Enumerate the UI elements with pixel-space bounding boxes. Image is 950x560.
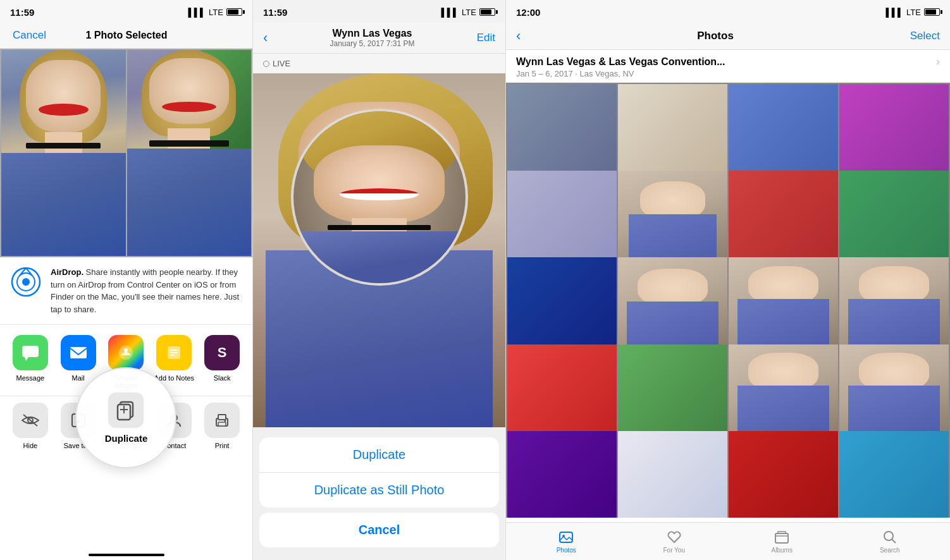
album-subtitle: Jan 5 – 6, 2017 · Las Vegas, NV: [516, 69, 940, 78]
svg-line-15: [23, 415, 37, 426]
lte-icon-3: LTE: [906, 8, 921, 17]
location-name: Wynn Las Vegas: [330, 28, 414, 39]
tab-for-you[interactable]: For You: [620, 530, 729, 554]
svg-rect-29: [560, 532, 572, 542]
battery-icon-1: [226, 8, 242, 16]
svg-marker-6: [25, 357, 28, 361]
for-you-tab-label: For You: [663, 547, 685, 554]
status-icons-3: ▌▌▌ LTE: [885, 8, 940, 17]
status-bar-2: 11:59 ▌▌▌ LTE: [253, 0, 505, 23]
photos-tab-icon: [558, 530, 574, 545]
search-tab-label: Search: [880, 547, 900, 554]
action-cancel[interactable]: Cancel: [259, 513, 499, 547]
action-hide[interactable]: Hide: [9, 403, 52, 449]
table-row[interactable]: 1:53: [618, 431, 727, 518]
add-notes-icon: [156, 335, 192, 370]
tab-albums[interactable]: Albums: [728, 530, 836, 554]
action-print[interactable]: Print: [200, 403, 244, 449]
action-duplicate-still[interactable]: Duplicate as Still Photo: [259, 473, 499, 508]
actions-row: Hide Save to...: [0, 396, 252, 449]
lte-icon-1: LTE: [209, 8, 223, 17]
svg-rect-31: [775, 533, 788, 543]
panel-photos-album: 12:00 ▌▌▌ LTE ‹ Photos Select Wynn Las V…: [506, 0, 950, 560]
select-button[interactable]: Select: [910, 30, 940, 42]
photo-detail-header: ‹ Wynn Las Vegas January 5, 2017 7:31 PM…: [253, 23, 505, 54]
back-button-3[interactable]: ‹: [516, 28, 521, 44]
tab-search[interactable]: Search: [836, 530, 944, 554]
live-circle: [263, 61, 269, 67]
mail-icon: [61, 335, 96, 370]
photo-thumb-2[interactable]: LIVE ✓: [127, 50, 252, 256]
table-row[interactable]: [729, 431, 838, 518]
signal-icon-1: ▌▌▌: [188, 8, 206, 17]
svg-rect-26: [218, 415, 226, 420]
photos-tab-label: Photos: [557, 547, 576, 554]
slack-icon: S: [204, 335, 240, 370]
battery-icon-2: [479, 8, 495, 16]
share-sheet-header: Cancel 1 Photo Selected: [0, 23, 252, 49]
hide-icon: [13, 403, 48, 438]
album-info[interactable]: Wynn Las Vegas & Las Vegas Convention...…: [506, 50, 950, 83]
panel-share-sheet: 11:59 ▌▌▌ LTE Cancel 1 Photo Selected LI…: [0, 0, 253, 560]
main-photo[interactable]: All photos: [253, 73, 505, 427]
airdrop-description: AirDrop. Share instantly with people nea…: [51, 266, 242, 315]
photo-date: January 5, 2017 7:31 PM: [330, 39, 414, 48]
live-text: LIVE: [273, 59, 290, 68]
album-header: ‹ Photos Select: [506, 23, 950, 50]
svg-point-28: [225, 420, 226, 422]
svg-rect-27: [218, 422, 226, 426]
hide-label: Hide: [23, 442, 38, 449]
signal-icon-2: ▌▌▌: [441, 8, 459, 17]
action-sheet: Duplicate Duplicate as Still Photo Cance…: [253, 437, 505, 560]
albums-tab-icon: [774, 530, 789, 545]
edit-button[interactable]: Edit: [477, 32, 495, 44]
album-chevron-icon: ›: [936, 55, 940, 68]
selection-title: 1 Photo Selected: [86, 30, 168, 41]
duplicate-overlay-label: Duplicate: [105, 433, 148, 444]
svg-point-2: [22, 278, 30, 286]
action-duplicate[interactable]: Duplicate: [259, 437, 499, 473]
action-duplicate[interactable]: Duplicate Duplicate: [104, 403, 147, 449]
search-tab-icon: [882, 530, 898, 545]
airdrop-icon: [10, 266, 42, 298]
print-label: Print: [215, 442, 230, 449]
slack-label: Slack: [214, 374, 231, 382]
signal-icon-3: ▌▌▌: [885, 8, 903, 17]
svg-line-33: [892, 539, 896, 543]
status-icons-2: ▌▌▌ LTE: [441, 8, 495, 17]
status-time-1: 11:59: [10, 7, 34, 18]
home-indicator-1: [89, 554, 164, 556]
album-title: Wynn Las Vegas & Las Vegas Convention...: [516, 56, 725, 68]
svg-rect-5: [22, 346, 39, 357]
svg-point-9: [124, 348, 128, 352]
airdrop-info: AirDrop. Share instantly with people nea…: [0, 257, 252, 325]
message-icon: [13, 335, 48, 370]
table-row[interactable]: 0:38: [507, 431, 617, 518]
albums-tab-label: Albums: [772, 547, 793, 554]
duplicate-icon-large: [108, 393, 144, 428]
message-label: Message: [16, 374, 45, 382]
status-bar-1: 11:59 ▌▌▌ LTE: [0, 0, 252, 23]
panel-photo-detail: 11:59 ▌▌▌ LTE ‹ Wynn Las Vegas January 5…: [253, 0, 506, 560]
for-you-tab-icon: [667, 530, 682, 545]
zoom-magnify: [291, 109, 468, 286]
share-slack[interactable]: S Slack: [200, 335, 244, 389]
lte-icon-2: LTE: [462, 8, 476, 17]
status-bar-3: 12:00 ▌▌▌ LTE: [506, 0, 950, 23]
status-time-2: 11:59: [263, 7, 287, 18]
cancel-button[interactable]: Cancel: [13, 29, 46, 42]
status-icons-1: ▌▌▌ LTE: [188, 8, 242, 17]
battery-icon-3: [924, 8, 940, 16]
shared-albums-icon: [108, 335, 144, 370]
back-button-2[interactable]: ‹: [263, 30, 268, 46]
duplicate-overlay: Duplicate: [75, 367, 176, 468]
table-row[interactable]: [839, 431, 949, 518]
photo-thumb-1[interactable]: LIVE: [1, 50, 126, 256]
album-title-row: Wynn Las Vegas & Las Vegas Convention...…: [516, 55, 940, 68]
svg-rect-7: [70, 347, 87, 358]
tab-photos[interactable]: Photos: [512, 530, 620, 554]
print-icon: [204, 403, 240, 438]
photos-grid: LIVE LIVE ✓: [0, 49, 252, 257]
photos-title: Photos: [697, 30, 734, 42]
share-message[interactable]: Message: [9, 335, 52, 389]
